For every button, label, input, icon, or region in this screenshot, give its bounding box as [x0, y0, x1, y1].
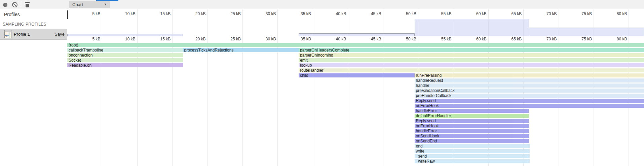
flame-frame[interactable]: (root) — [67, 43, 644, 47]
overview-drag-handle[interactable] — [67, 10, 68, 19]
sampling-profiles-section-label: SAMPLING PROFILES — [3, 22, 46, 27]
profiler-toolbar: Chart ▼ — [0, 0, 644, 9]
flame-frame[interactable]: Readable.on — [67, 63, 183, 67]
axis-tick-label: 15 kB — [160, 37, 171, 41]
trash-icon[interactable] — [25, 2, 30, 8]
axis-tick-label: 15 kB — [160, 11, 171, 16]
axis-tick-label: 60 kB — [476, 11, 487, 16]
axis-tick-label: 50 kB — [406, 11, 416, 16]
axis-tick-label: 55 kB — [441, 37, 452, 41]
axis-gridline — [137, 9, 138, 166]
flame-frame[interactable]: handleRequest — [415, 78, 644, 82]
flame-frame[interactable]: onSendEnd — [415, 139, 529, 143]
flame-frame[interactable]: Reply.send — [415, 119, 529, 123]
axis-tick-label: 5 kB — [92, 11, 100, 16]
flame-frame[interactable]: onconnection — [67, 53, 183, 57]
axis-tick-label: 30 kB — [266, 37, 276, 41]
overview-memory-segment — [299, 33, 415, 36]
axis-tick-label: 75 kB — [581, 11, 592, 16]
clear-circle-slash-icon[interactable] — [12, 2, 17, 7]
axis-tick-label: 80 kB — [617, 11, 627, 16]
sidebar-heading: Profiles — [4, 12, 20, 17]
flame-frame[interactable]: preHandlerCallback — [415, 94, 644, 98]
flame-frame[interactable]: _send — [415, 154, 530, 158]
axis-tick-label: 70 kB — [546, 37, 557, 41]
axis-tick-label: 80 kB — [617, 37, 627, 41]
axis-gridline — [102, 9, 102, 166]
flame-frame[interactable]: preValidationCallback — [415, 89, 644, 93]
flame-frame[interactable]: parserOnIncoming — [299, 53, 644, 57]
flame-frame[interactable]: callbackTrampoline — [67, 48, 183, 52]
axis-tick-label: 75 kB — [581, 37, 592, 41]
flame-frame[interactable]: onSendHook — [415, 134, 529, 138]
overview-memory-segment — [529, 28, 644, 36]
axis-gridline — [383, 9, 383, 166]
axis-tick-label: 25 kB — [230, 11, 241, 16]
flame-frame[interactable]: Reply.send — [415, 99, 644, 103]
axis-tick-label: 40 kB — [336, 37, 346, 41]
flame-frame[interactable]: processTicksAndRejections — [183, 48, 299, 52]
flame-frame[interactable]: handler — [415, 84, 644, 88]
flame-frame[interactable]: _writeRaw — [415, 159, 530, 163]
flame-frame[interactable]: lookup — [299, 63, 644, 67]
flame-frame[interactable]: handleError — [415, 109, 529, 113]
flame-frame[interactable]: onErrorHook — [415, 104, 644, 108]
axis-tick-label: 30 kB — [266, 11, 276, 16]
sidebar-item-profile-1[interactable]: % Profile 1 Save — [0, 29, 67, 40]
axis-tick-label: 5 kB — [92, 37, 100, 41]
axis-gridline — [242, 9, 243, 166]
overview-memory-segment — [415, 19, 529, 36]
profiles-sidebar: Profiles SAMPLING PROFILES % Profile 1 S… — [0, 9, 67, 166]
flame-frame[interactable]: onErrorHook — [415, 124, 529, 128]
axis-tick-label: 35 kB — [301, 11, 311, 16]
flame-frame[interactable]: emit — [299, 58, 644, 62]
trash-body — [26, 4, 29, 7]
trash-lid — [25, 2, 30, 3]
chevron-down-icon: ▼ — [104, 1, 107, 8]
save-link[interactable]: Save — [54, 32, 65, 37]
axis-tick-label: 20 kB — [195, 37, 206, 41]
flame-frame[interactable]: write_ — [415, 149, 530, 153]
view-mode-select-value: Chart — [72, 2, 83, 7]
axis-gridline — [313, 9, 313, 166]
axis-tick-label: 45 kB — [371, 11, 381, 16]
axis-gridline — [277, 9, 278, 166]
axis-tick-label: 35 kB — [301, 37, 311, 41]
flame-frame[interactable]: parserOnHeadersComplete — [299, 48, 644, 52]
axis-tick-label: 70 kB — [546, 11, 557, 16]
axis-tick-label: 20 kB — [195, 11, 206, 16]
flame-frame[interactable]: Socket — [67, 58, 183, 62]
flame-frame[interactable]: end — [415, 144, 530, 148]
axis-tick-label: 65 kB — [512, 37, 522, 41]
axis-tick-label: 50 kB — [406, 37, 416, 41]
profile-name: Profile 1 — [14, 32, 30, 37]
active-tab-indicator — [96, 0, 118, 1]
flame-frame[interactable]: child — [299, 73, 415, 77]
overview-memory-segment — [67, 34, 183, 36]
heap-profile-icon: % — [4, 30, 11, 38]
record-circle-icon[interactable] — [3, 3, 7, 7]
devtools-sampling-profiler: { "toolbar": { "chart_select_label": "Ch… — [0, 0, 644, 166]
flame-chart-panel: 5 kB10 kB15 kB20 kB25 kB30 kB35 kB40 kB4… — [67, 9, 644, 166]
toolbar-separator — [21, 2, 21, 7]
axis-tick-label: 65 kB — [512, 11, 522, 16]
flame-frame[interactable]: handleError — [415, 129, 529, 133]
axis-gridline — [348, 9, 348, 166]
axis-tick-label: 10 kB — [125, 11, 136, 16]
axis-tick-label: 45 kB — [371, 37, 381, 41]
axis-gridline — [207, 9, 208, 166]
axis-tick-label: 40 kB — [336, 11, 346, 16]
view-mode-select[interactable]: Chart ▼ — [69, 1, 110, 8]
flame-frame[interactable]: runPreParsing — [415, 73, 644, 77]
axis-tick-label: 60 kB — [476, 37, 487, 41]
flame-frame[interactable]: routeHandler — [299, 68, 644, 72]
axis-tick-label: 55 kB — [441, 11, 452, 16]
axis-tick-label: 10 kB — [125, 37, 136, 41]
flame-frame[interactable]: defaultErrorHandler — [415, 114, 529, 118]
axis-tick-label: 25 kB — [230, 37, 241, 41]
axis-gridline — [172, 9, 173, 166]
